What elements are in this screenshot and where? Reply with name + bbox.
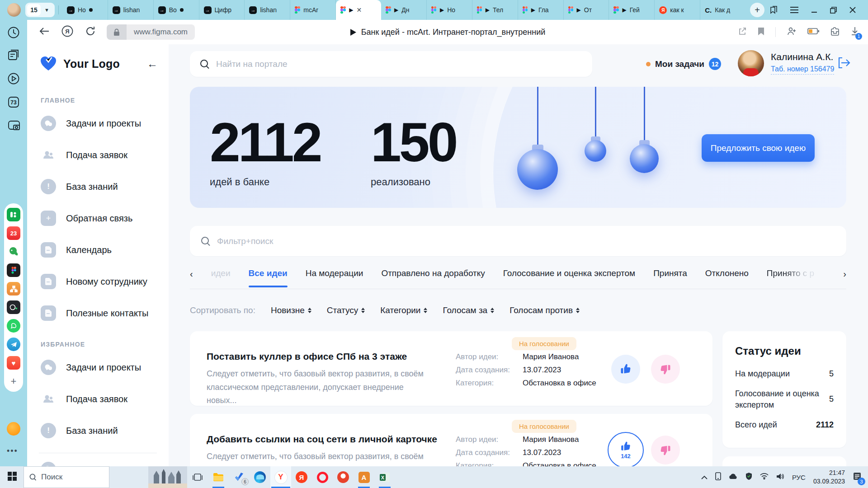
orange-a-app-icon[interactable]: А xyxy=(354,466,374,488)
sidebar-fav-tasks-projects[interactable]: Задачи и проекты xyxy=(27,352,169,383)
tray-expand-icon[interactable] xyxy=(701,473,708,481)
browser-tab[interactable]: →Цифр xyxy=(199,0,245,20)
news-weather-widget[interactable] xyxy=(148,466,187,488)
browser-tab[interactable]: →Но xyxy=(62,0,108,20)
counter-73-icon[interactable]: 73 xyxy=(7,96,20,110)
extensions-icon[interactable] xyxy=(830,27,840,38)
downloads-icon[interactable]: 1 xyxy=(851,27,859,38)
logout-icon[interactable] xyxy=(837,56,851,71)
idea-card[interactable]: На голосовании Добавить ссылки на соц се… xyxy=(190,414,712,466)
yandex-home-button[interactable]: Я xyxy=(61,25,73,39)
sidebar-item-calendar[interactable]: Календарь xyxy=(27,234,169,266)
collapse-sidebar-icon[interactable]: ← xyxy=(147,57,158,70)
thumbs-down-button[interactable] xyxy=(651,355,680,384)
browser-tab[interactable]: ▶Дн xyxy=(381,0,427,20)
add-user-icon[interactable] xyxy=(787,27,797,38)
language-indicator[interactable]: РУС xyxy=(792,474,806,481)
volume-icon[interactable] xyxy=(776,473,784,482)
restore-button[interactable] xyxy=(830,6,837,14)
close-window-button[interactable] xyxy=(849,6,856,14)
tabs-scroll-left-icon[interactable]: ‹ xyxy=(190,268,193,279)
yandex-key-icon[interactable] xyxy=(333,466,354,488)
sort-by-votes-against[interactable]: Голосам против xyxy=(509,305,580,315)
opera-icon[interactable] xyxy=(312,466,333,488)
feed-cards-icon[interactable] xyxy=(7,49,20,63)
start-button[interactable] xyxy=(0,471,24,483)
diagram-app-icon[interactable] xyxy=(7,282,20,296)
address-bar[interactable]: www.figma.com xyxy=(127,24,195,40)
lens-app-icon[interactable] xyxy=(7,300,20,314)
thumbs-up-button[interactable]: 142 xyxy=(608,432,644,466)
tab-moderation[interactable]: На модерации xyxy=(306,268,363,286)
battery-icon[interactable] xyxy=(807,28,819,36)
browser-profile-avatar[interactable] xyxy=(7,3,21,17)
thumbs-up-button[interactable] xyxy=(611,355,640,384)
share-icon[interactable] xyxy=(738,27,747,38)
filter-search[interactable]: Фильтр+поиск xyxy=(190,226,846,256)
browser-tab[interactable]: ▶Тел xyxy=(472,0,518,20)
tab-accepted-with[interactable]: Принято с р xyxy=(767,268,814,286)
whatsapp-icon[interactable] xyxy=(7,319,20,333)
tab-sent-for-revision[interactable]: Отправлено на доработку xyxy=(381,268,485,286)
history-clock-icon[interactable] xyxy=(7,26,20,41)
sidebar-item-tasks-projects[interactable]: Задачи и проекты xyxy=(27,108,169,139)
edge-icon[interactable] xyxy=(250,466,270,488)
evernote-icon[interactable] xyxy=(7,245,20,258)
menu-icon[interactable] xyxy=(790,6,799,14)
browser-tab[interactable]: ▶От xyxy=(564,0,609,20)
tab-rejected[interactable]: Отклонено xyxy=(705,268,749,286)
new-tab-button[interactable]: + xyxy=(750,3,764,17)
sidebar-fav-knowledge-base[interactable]: !База знаний xyxy=(27,415,169,446)
tab-all-ideas[interactable]: Все идеи xyxy=(249,268,288,286)
sidebar-item-knowledge-base[interactable]: !База знаний xyxy=(27,171,169,202)
sort-by-votes-for[interactable]: Голосам за xyxy=(443,305,494,315)
yandex-app-icon[interactable]: Я xyxy=(291,466,312,488)
thumbs-down-button[interactable] xyxy=(651,436,680,465)
portal-search[interactable]: Найти на портале xyxy=(190,51,592,77)
phone-link-icon[interactable] xyxy=(715,472,721,482)
tab-accepted[interactable]: Принята xyxy=(653,268,687,286)
tab-voting-expert[interactable]: Голосование и оценка экспертом xyxy=(503,268,635,286)
browser-tab[interactable]: →lishan xyxy=(245,0,290,20)
sidebar-fav-requests[interactable]: Подача заявок xyxy=(27,383,169,415)
wifi-icon[interactable] xyxy=(760,473,769,481)
sort-by-category[interactable]: Категории xyxy=(380,305,427,315)
browser-tab[interactable]: mcAr xyxy=(290,0,336,20)
sidebar-item-new-employee[interactable]: Новому сотруднику xyxy=(27,266,169,297)
my-tasks-button[interactable]: Мои задачи 12 xyxy=(646,58,721,70)
yandex-browser-icon[interactable]: Y xyxy=(270,466,291,488)
sort-by-status[interactable]: Статусу xyxy=(327,305,365,315)
play-panel-icon[interactable] xyxy=(7,72,20,87)
telegram-icon[interactable] xyxy=(7,338,20,351)
browser-tab[interactable]: ▶Гла xyxy=(518,0,564,20)
task-view-icon[interactable] xyxy=(187,466,208,488)
taskbar-search[interactable]: Поиск xyxy=(24,466,109,488)
sidebar-item-feedback[interactable]: +Обратная связь xyxy=(27,202,169,234)
tabs-scroll-right-icon[interactable]: › xyxy=(843,268,846,279)
collections-icon[interactable] xyxy=(769,5,778,14)
tab-my-ideas[interactable]: идеи xyxy=(211,268,231,286)
user-avatar[interactable] xyxy=(738,50,764,76)
notification-center-icon[interactable]: 3 xyxy=(853,472,862,483)
sort-by-novelty[interactable]: Новизне xyxy=(271,305,311,315)
browser-tab[interactable]: →Во xyxy=(154,0,199,20)
figma-app-icon[interactable] xyxy=(7,263,20,277)
disk-app-icon[interactable] xyxy=(7,422,20,436)
calendar-23-icon[interactable]: 23 xyxy=(7,226,20,240)
bookmark-icon[interactable] xyxy=(758,27,764,38)
security-shield-icon[interactable] xyxy=(745,472,752,482)
browser-tab[interactable]: →lishan xyxy=(108,0,154,20)
browser-tab[interactable]: Якак к xyxy=(655,0,700,20)
clock[interactable]: 21:47 03.09.2023 xyxy=(813,469,845,486)
browser-tab[interactable]: ▶Но xyxy=(427,0,472,20)
music-heart-icon[interactable]: ♥ xyxy=(7,356,20,370)
idea-card[interactable]: На голосовании Поставить куллер в офисе … xyxy=(190,331,712,406)
browser-tab[interactable]: C.Как д xyxy=(700,0,745,20)
tab-counter[interactable]: 15 ▼ xyxy=(25,3,55,17)
browser-tab[interactable]: ▶Гей xyxy=(609,0,655,20)
propose-idea-button[interactable]: Предложить свою идею xyxy=(702,134,815,162)
back-button[interactable] xyxy=(39,27,50,38)
todo-check-icon[interactable]: 6 xyxy=(229,466,250,488)
add-app-icon[interactable]: + xyxy=(7,375,20,388)
user-id-link[interactable]: Таб. номер 156479 xyxy=(771,65,834,75)
